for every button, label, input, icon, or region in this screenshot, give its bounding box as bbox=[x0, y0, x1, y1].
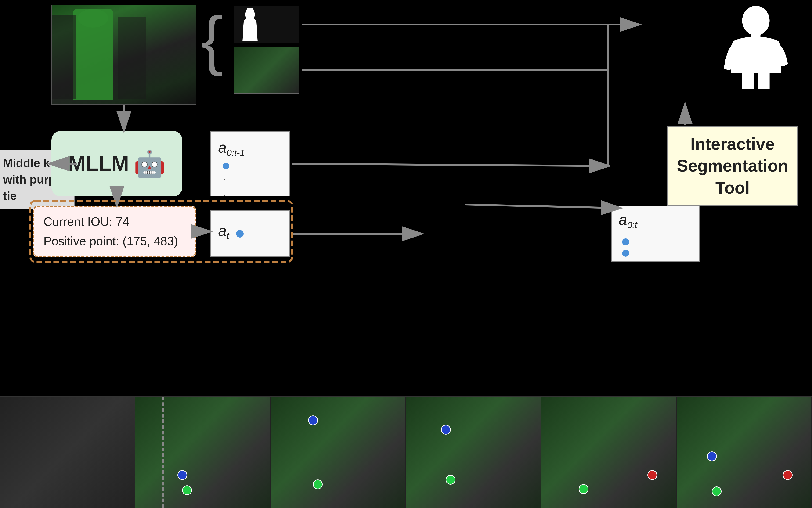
frame2-dot-blue bbox=[308, 415, 318, 425]
small-photo-bottom bbox=[234, 47, 299, 93]
ist-box: InteractiveSegmentationTool bbox=[667, 126, 798, 206]
svg-point-0 bbox=[742, 6, 769, 36]
curly-brace: { bbox=[201, 7, 223, 73]
action-a0t-label: a0:t bbox=[618, 211, 637, 230]
frame4-dot-green bbox=[579, 484, 589, 494]
film-frame-1 bbox=[135, 397, 271, 508]
frame1-dot-blue bbox=[177, 470, 187, 480]
action-box-a0t: a0:t bbox=[611, 206, 700, 262]
frame5-dot-green bbox=[712, 486, 722, 496]
frame5-dot-blue bbox=[707, 452, 717, 461]
film-frame-3 bbox=[406, 397, 541, 508]
action-at-label: at bbox=[218, 222, 229, 241]
action-dot-ellipsis: · bbox=[223, 173, 229, 185]
filmstrip bbox=[0, 396, 812, 508]
frame1-dot-green bbox=[182, 485, 192, 495]
film-frame-4 bbox=[541, 397, 677, 508]
action-top-dots: · · bbox=[218, 163, 229, 201]
frame5-dot-red bbox=[783, 470, 793, 480]
a0t-dot-2 bbox=[622, 250, 629, 257]
film-divider bbox=[163, 397, 164, 508]
large-silhouette bbox=[719, 5, 793, 103]
svg-rect-2 bbox=[742, 71, 754, 89]
svg-rect-3 bbox=[758, 71, 770, 89]
a0t-dot-1 bbox=[622, 239, 629, 246]
frame2-dot-green bbox=[313, 479, 323, 489]
svg-line-11 bbox=[292, 164, 608, 166]
main-photo bbox=[51, 5, 197, 105]
feedback-line1: Current IOU: 74 bbox=[43, 212, 186, 231]
svg-line-12 bbox=[465, 205, 619, 208]
ist-label: InteractiveSegmentationTool bbox=[677, 133, 788, 199]
action-dot-1 bbox=[223, 163, 229, 169]
film-frame-5 bbox=[677, 397, 812, 508]
diagram: { bbox=[0, 0, 812, 508]
action-top-label: a0:t-1 bbox=[218, 139, 245, 158]
feedback-box: Current IOU: 74 Positive point: (175, 48… bbox=[33, 206, 197, 257]
action-box-at: at bbox=[210, 210, 290, 257]
robot-icon: 🤖 bbox=[133, 149, 166, 179]
feedback-line2: Positive point: (175, 483) bbox=[43, 231, 186, 251]
frame4-dot-red bbox=[647, 470, 657, 480]
action-box-top: a0:t-1 · · bbox=[210, 131, 290, 196]
film-frame-2 bbox=[271, 397, 406, 508]
action-at-dot bbox=[236, 230, 244, 238]
film-frame-0 bbox=[0, 397, 135, 508]
mllm-box: MLLM 🤖 bbox=[51, 131, 182, 196]
action-dot-ellipsis2: · bbox=[223, 188, 229, 201]
mllm-label: MLLM bbox=[68, 152, 129, 176]
small-photo-top bbox=[234, 6, 299, 43]
